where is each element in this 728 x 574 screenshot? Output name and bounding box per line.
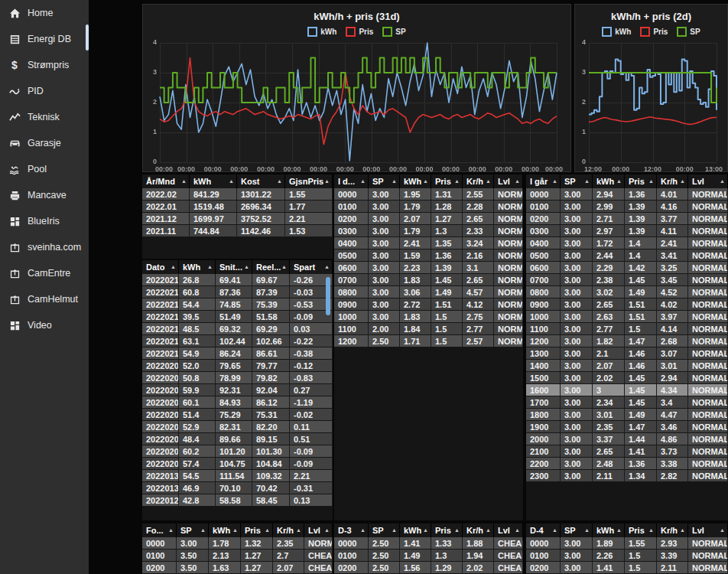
table-row[interactable]: 2022021163.1102.44102.66-0.22 (142, 335, 333, 347)
table-row[interactable]: 2022020452.982.3182.200.11 (142, 421, 333, 433)
sidebar-item-str-mpris[interactable]: $Strømpris (0, 52, 89, 78)
table-row[interactable]: 2022.011519.482696.341.77 (142, 201, 333, 213)
legend-item-sp[interactable]: SP (677, 27, 700, 37)
table-row[interactable]: 12003.001.821.472.68NORMAL (526, 335, 728, 347)
table-row[interactable]: 02003.002.071.272.65NORMAL (334, 213, 523, 225)
column-header-kost[interactable]: Kost▲ (237, 174, 285, 188)
daily-table-scrollbar[interactable] (326, 277, 330, 315)
table-row[interactable]: 00003.002.941.364.01NORMAL (526, 188, 728, 201)
table-row[interactable]: 08003.003.061.494.57NORMAL (334, 286, 523, 298)
column-header-pris[interactable]: Pris▲ (625, 174, 657, 188)
table-row[interactable]: 01002.501.491.31.94CHEAP (334, 550, 523, 562)
table-row[interactable]: 2022021560.887.3687.39-0.03 (142, 286, 333, 298)
table-row[interactable]: 09003.002.721.514.12NORMAL (334, 298, 523, 311)
sidebar-item-home[interactable]: Home (0, 0, 89, 26)
table-row[interactable]: 19003.002.351.473.46NORMAL (526, 421, 728, 433)
table-row[interactable]: 03003.001.791.32.33NORMAL (334, 225, 523, 237)
column-header-snit-[interactable]: Snit...▲ (216, 260, 252, 274)
column-header-reel-[interactable]: Reel...▲ (252, 260, 290, 274)
column-header--r-mnd[interactable]: År/Mnd▲ (142, 174, 190, 188)
sidebar-item-pid[interactable]: PID (0, 78, 89, 104)
legend-item-kwh[interactable]: kWh (602, 27, 631, 37)
table-row[interactable]: 2022021454.474.8575.39-0.53 (142, 298, 333, 311)
column-header-kr-h[interactable]: Kr/h▲ (657, 523, 688, 537)
table-row[interactable]: 21003.002.651.413.73NORMAL (526, 445, 728, 458)
table-row[interactable]: 13003.002.11.463.07NORMAL (526, 347, 728, 360)
column-header-pris[interactable]: Pris▲ (431, 174, 463, 188)
table-row[interactable]: 2022020551.475.2975.31-0.02 (142, 409, 333, 421)
table-row[interactable]: 22003.002.481.363.38NORMAL (526, 458, 728, 470)
table-row[interactable]: 2022020850.878.9979.82-0.83 (142, 372, 333, 384)
sidebar-item-teknisk[interactable]: Teknisk (0, 104, 89, 130)
table-row[interactable]: 17003.002.341.453.4NORMAL (526, 396, 728, 409)
table-row[interactable]: 02002.501.561.292.02CHEAP (334, 562, 523, 574)
column-header-lvl[interactable]: Lvl▲ (688, 523, 728, 537)
table-row[interactable]: 15003.002.021.452.94NORMAL (526, 372, 728, 384)
sidebar-item-sveinha-com[interactable]: sveinha.com (0, 234, 89, 260)
table-row[interactable]: 04003.002.411.353.24NORMAL (334, 237, 523, 249)
column-header-kr-h[interactable]: Kr/h▲ (273, 523, 304, 537)
table-row[interactable]: 18003.003.011.494.47NORMAL (526, 409, 728, 421)
table-row[interactable]: 03003.002.971.394.11NORMAL (526, 225, 728, 237)
column-header-sp[interactable]: SP▲ (369, 523, 400, 537)
table-row[interactable]: 2022.02841.291301.221.55 (142, 188, 333, 201)
table-row[interactable]: 05003.001.591.362.16NORMAL (334, 249, 523, 262)
sidebar-item-mancave[interactable]: Mancave (0, 182, 89, 208)
column-header-kr-h[interactable]: Kr/h▲ (463, 523, 494, 537)
column-header-gjsnpris[interactable]: GjsnPris▲ (285, 174, 333, 188)
column-header-fo-[interactable]: Fo...▲ (142, 523, 177, 537)
table-row[interactable]: 2022021054.986.2486.61-0.38 (142, 347, 333, 360)
table-row[interactable]: 02003.002.711.393.77NORMAL (526, 213, 728, 225)
column-header-spart[interactable]: Spart▲ (290, 260, 333, 274)
column-header-d-4[interactable]: D-4▲ (526, 523, 561, 537)
column-header-pris[interactable]: Pris▲ (431, 523, 463, 537)
table-row[interactable]: 00003.001.781.322.35NORMAL (142, 537, 333, 550)
column-header-lvl[interactable]: Lvl▲ (494, 174, 523, 188)
column-header-sp[interactable]: SP▲ (369, 174, 400, 188)
table-row[interactable]: 01003.002.991.394.16NORMAL (526, 201, 728, 213)
table-row[interactable]: 00002.501.411.331.88CHEAP (334, 537, 523, 550)
table-row[interactable]: 2022020157.4104.75104.84-0.09 (142, 458, 333, 470)
table-row[interactable]: 23003.002.111.342.82NORMAL (526, 470, 728, 482)
table-row[interactable]: 07003.002.381.453.45NORMAL (526, 274, 728, 286)
table-row[interactable]: 02003.001.411.52.11NORMAL (526, 562, 728, 574)
column-header-pris[interactable]: Pris▲ (241, 523, 273, 537)
column-header-sp[interactable]: SP▲ (561, 523, 593, 537)
column-header-d-3[interactable]: D-3▲ (334, 523, 369, 537)
table-row[interactable]: 14003.002.071.463.01NORMAL (526, 360, 728, 372)
column-header-kwh[interactable]: kWh▲ (593, 174, 625, 188)
table-row[interactable]: 11003.002.771.54.14NORMAL (526, 323, 728, 335)
table-row[interactable]: 08003.003.021.494.52NORMAL (526, 286, 728, 298)
column-header-pris[interactable]: Pris▲ (625, 523, 657, 537)
table-row[interactable]: 20003.003.371.444.86NORMAL (526, 433, 728, 445)
table-row[interactable]: 2022012942.858.5858.450.13 (142, 494, 333, 507)
table-row[interactable]: 2022021626.869.4169.67-0.26 (142, 274, 333, 286)
column-header-kr-h[interactable]: Kr/h▲ (463, 174, 494, 188)
column-header-lvl[interactable]: Lvl▲ (494, 523, 523, 537)
table-row[interactable]: 02003.501.631.272.07CHEAP (142, 562, 333, 574)
table-row[interactable]: 11002.001.841.52.77NORMAL (334, 323, 523, 335)
legend-item-pris[interactable]: Pris (346, 27, 373, 37)
table-row[interactable]: 10003.001.831.52.75NORMAL (334, 311, 523, 323)
legend-item-sp[interactable]: SP (382, 27, 405, 37)
legend-item-pris[interactable]: Pris (640, 27, 668, 37)
table-row[interactable]: 2022021248.569.3269.290.03 (142, 323, 333, 335)
table-row[interactable]: 2022020759.992.3192.040.27 (142, 384, 333, 396)
column-header-lvl[interactable]: Lvl▲ (304, 523, 333, 537)
column-header-sp[interactable]: SP▲ (177, 523, 209, 537)
column-header-kwh[interactable]: kWh▲ (400, 523, 431, 537)
column-header-lvl[interactable]: Lvl▲ (688, 174, 728, 188)
column-header-kwh[interactable]: kWh▲ (593, 523, 625, 537)
sidebar-item-pool[interactable]: Pool (0, 156, 89, 182)
column-header-i-g-r[interactable]: I går▲ (526, 174, 561, 188)
table-row[interactable]: 01003.502.131.272.7CHEAP (142, 550, 333, 562)
table-row[interactable]: 2022020348.489.6689.150.51 (142, 433, 333, 445)
column-header-i-d-[interactable]: I d...▲ (334, 174, 369, 188)
table-row[interactable]: 09003.002.651.514.02NORMAL (526, 298, 728, 311)
table-row[interactable]: 00003.001.891.552.93NORMAL (526, 537, 728, 550)
table-row[interactable]: 00003.001.951.312.55NORMAL (334, 188, 523, 201)
table-row[interactable]: 07003.001.831.452.65NORMAL (334, 274, 523, 286)
legend-item-kwh[interactable]: kWh (307, 27, 336, 37)
sidebar-item-video[interactable]: Video (0, 312, 89, 338)
table-row[interactable]: 2021.11744.841142.461.53 (142, 225, 333, 237)
